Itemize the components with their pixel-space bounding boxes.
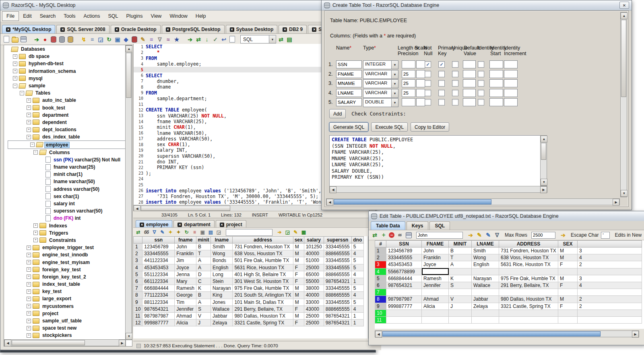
cell[interactable]: 666884444: [386, 275, 422, 282]
cell[interactable]: A: [196, 264, 211, 271]
connect-icon[interactable]: ➔: [33, 36, 40, 43]
cell[interactable]: 987654321: [324, 278, 351, 285]
cell[interactable]: 2: [578, 296, 642, 303]
default-value-field[interactable]: [463, 79, 476, 87]
tree-toggle-icon[interactable]: +: [27, 333, 31, 338]
cell[interactable]: Jennifer: [175, 305, 196, 312]
connection-tab-oracle-desktop[interactable]: ✕Oracle Desktop: [111, 25, 161, 33]
row-number[interactable]: 8: [134, 292, 142, 299]
tree-toggle-icon[interactable]: +: [27, 246, 31, 250]
tree-toggle-icon[interactable]: +: [13, 76, 17, 80]
row-number[interactable]: 3: [134, 257, 142, 264]
menu-item-help[interactable]: Help: [192, 12, 210, 21]
cell[interactable]: Wallace: [472, 282, 499, 289]
cell[interactable]: Bonds: [211, 257, 233, 264]
favorites-icon[interactable]: ★: [173, 36, 180, 43]
unique-checkbox[interactable]: [452, 80, 458, 87]
cell[interactable]: A: [196, 257, 211, 264]
row-number[interactable]: 2: [134, 250, 142, 257]
cell[interactable]: 501 Fire Oak, Humble TX: [233, 257, 293, 264]
compare-icon[interactable]: ≈: [165, 36, 172, 43]
row-number[interactable]: 4: [134, 264, 142, 271]
menu-item-view[interactable]: View: [147, 12, 166, 21]
tree-toggle-icon[interactable]: +: [27, 260, 31, 264]
scroll-up-icon[interactable]: ▲: [541, 136, 547, 142]
disconnect-icon[interactable]: ●: [41, 36, 49, 43]
tree-item-department[interactable]: +department: [4, 111, 126, 119]
scroll-down-icon[interactable]: ▼: [541, 179, 547, 186]
cell[interactable]: 453453453: [142, 264, 175, 271]
generate-sql-button[interactable]: Generate SQL: [329, 122, 368, 132]
cell[interactable]: 101 Main St, Dallas TX: [233, 299, 293, 305]
cell[interactable]: 333445555: [324, 285, 351, 292]
cell[interactable]: 301 West St. Houston TX: [233, 278, 293, 285]
cell[interactable]: 980 Dallas, Houston TX: [233, 312, 293, 319]
cell[interactable]: C: [196, 278, 211, 285]
db-info-icon[interactable]: [58, 36, 66, 43]
execute-sql-button[interactable]: Execute SQL: [371, 122, 408, 132]
identity-checkbox[interactable]: [478, 71, 484, 77]
edit-go2-icon[interactable]: ➔: [559, 231, 567, 239]
cell[interactable]: 5: [351, 257, 363, 264]
table-row[interactable]: 6987654321JenniferSWallace291 Berry, Bel…: [375, 282, 642, 289]
cell[interactable]: [449, 316, 472, 323]
cell[interactable]: F: [558, 303, 578, 310]
cell[interactable]: 1: [351, 312, 363, 319]
scroll-up-icon[interactable]: ▲: [621, 12, 627, 19]
cell[interactable]: George: [175, 292, 196, 299]
cell[interactable]: 453453453: [386, 261, 422, 268]
fetch-icon[interactable]: ↓: [203, 36, 211, 43]
cell[interactable]: Jennifer: [422, 282, 449, 289]
row-number[interactable]: 1: [134, 244, 142, 250]
connection-tab-postgresql-desktop[interactable]: ✕PostgreSQL Desktop: [162, 25, 225, 33]
cell[interactable]: Smith: [211, 244, 233, 250]
type-select[interactable]: VARCHAR▾: [363, 89, 398, 98]
cell[interactable]: [449, 289, 472, 296]
name-field[interactable]: [336, 79, 362, 87]
cell[interactable]: [422, 268, 449, 275]
format-sql-icon[interactable]: ◆: [122, 36, 130, 43]
tree-toggle-icon[interactable]: +: [27, 105, 31, 110]
chevron-down-icon[interactable]: ▾: [391, 89, 398, 97]
close-tab-icon[interactable]: ✕: [115, 27, 119, 32]
cell[interactable]: 980 Dallas, Houston TX: [499, 296, 558, 303]
unique-checkbox[interactable]: [452, 71, 458, 77]
name-field[interactable]: [336, 89, 362, 97]
cell[interactable]: F: [293, 305, 304, 312]
results-go-icon[interactable]: ➔: [276, 229, 283, 236]
scale-field[interactable]: [416, 60, 425, 68]
table-row[interactable]: 9881122334TimAJones101 Main St, Dallas T…: [134, 299, 364, 305]
cell[interactable]: 55000: [304, 278, 324, 285]
not-null-checkbox[interactable]: [425, 71, 431, 77]
table-row[interactable]: 10: [375, 310, 642, 316]
column-header-address[interactable]: address: [233, 237, 293, 244]
cell[interactable]: 33000: [304, 299, 324, 305]
tree-item-sample[interactable]: −sample: [4, 82, 126, 89]
cell[interactable]: F: [558, 261, 578, 268]
row-number[interactable]: 7: [375, 289, 386, 296]
results-export-icon[interactable]: ◲: [215, 229, 222, 236]
edit-glasses-icon[interactable]: 66: [396, 231, 403, 239]
primary-key-checkbox[interactable]: [438, 71, 445, 77]
column-header-sex[interactable]: SEX: [558, 241, 578, 248]
cell[interactable]: D: [196, 271, 211, 278]
menu-item-window[interactable]: Window: [165, 12, 191, 21]
cell[interactable]: 5: [351, 264, 363, 271]
tree-item-tables[interactable]: −Tables: [4, 89, 126, 97]
scale-field[interactable]: [416, 98, 425, 106]
connection-tab-sybase-desktop[interactable]: ✕Sybase Desktop: [226, 25, 278, 33]
cell[interactable]: 5631 Rice, Houston TX: [233, 264, 293, 271]
cell[interactable]: [449, 268, 472, 275]
not-null-checkbox[interactable]: [425, 90, 431, 96]
cell[interactable]: Stein: [211, 278, 233, 285]
cell[interactable]: B: [196, 292, 211, 299]
cell[interactable]: 3321 Castle, Spring TX: [233, 320, 293, 326]
cell[interactable]: K: [449, 275, 472, 282]
cell[interactable]: S: [449, 282, 472, 289]
drop-connection-icon[interactable]: [50, 36, 57, 43]
cell[interactable]: B: [196, 244, 211, 250]
table-row[interactable]: 6661122334MaryCStein301 West St. Houston…: [134, 278, 364, 285]
refresh-script-icon[interactable]: ↻: [105, 36, 113, 43]
cell[interactable]: John: [175, 244, 196, 250]
log-icon[interactable]: ▤: [286, 36, 293, 43]
